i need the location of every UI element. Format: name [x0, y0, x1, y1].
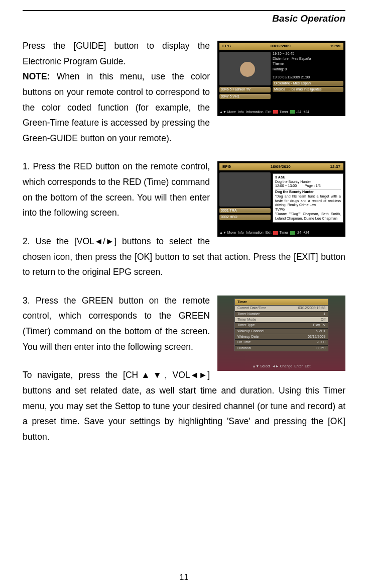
info-popup: 3 A&E Dog the Bounty Hunter 12:00 ~ 13:0… — [273, 173, 343, 223]
page: Basic Operation EPG 03/12/2009 19:59 — [0, 0, 368, 588]
epg-right-col: 19:30 ~ 20:45 Diciembre - Mes España The… — [273, 52, 343, 109]
epg-clock: 12:37 — [330, 164, 340, 169]
figure-epg-main: EPG 03/12/2009 19:59 0046 5 Fashion TV 0… — [217, 41, 345, 116]
figure-timer-menu: Timer Current Date/Time03/12/2009 19:58 … — [217, 296, 345, 371]
foot-timer: Timer — [273, 110, 288, 114]
paragraph: 2. Use the [VOL◄/►] buttons to select th… — [23, 234, 345, 280]
epg-title-bar: EPG 03/12/2009 19:59 — [219, 43, 343, 50]
green-dot-icon — [290, 110, 295, 114]
channel-row: 0001 TRA — [219, 208, 271, 213]
channel-row: 0002 HBO — [219, 215, 271, 220]
epg-title: EPG — [222, 164, 231, 169]
foot-select: ▲▼ Select — [252, 364, 270, 368]
popup-program: Dog the Bounty Hunter — [275, 180, 341, 184]
epg-main-area: 0001 TRA 0002 HBO 3 A&E Dog the Bounty H… — [219, 172, 343, 229]
preview-thumbnail — [219, 52, 271, 86]
epg-footer: ▲▼ Move Info Information Exit Timer -24 … — [219, 110, 343, 114]
header-rule — [23, 10, 345, 11]
body-content: EPG 03/12/2009 19:59 0046 5 Fashion TV 0… — [23, 38, 345, 444]
epg-date: 16/09/2010 — [271, 164, 291, 169]
timer-row-type: Timer TypePlay TV — [235, 322, 328, 328]
red-dot-icon — [273, 231, 278, 235]
epg-panel: EPG 16/09/2010 12:37 0001 TRA 0002 HBO — [219, 163, 343, 235]
foot-plus24: +24 — [303, 231, 309, 235]
section-3: Timer Current Date/Time03/12/2009 19:58 … — [23, 293, 345, 445]
timer-row-number: Timer Number1 — [235, 311, 328, 317]
epg-date: 03/12/2009 — [271, 44, 291, 49]
foot-move: ▲▼ Move — [219, 110, 236, 114]
timer-row-mode: Timer ModeOff — [235, 317, 328, 322]
foot-exit: Exit — [266, 231, 272, 235]
channel-row: 0046 5 Fashion TV — [219, 87, 271, 92]
info-theme: Theme: — [273, 62, 343, 66]
epg-panel: EPG 03/12/2009 19:59 0046 5 Fashion TV 0… — [219, 43, 343, 114]
info-time: 19:30 ~ 20:45 — [273, 52, 343, 56]
epg-title-bar: EPG 16/09/2010 12:37 — [219, 163, 343, 170]
popup-channel: 3 A&E — [275, 175, 341, 180]
foot-enter: Enter — [294, 364, 303, 368]
figure-epg-detail: EPG 16/09/2010 12:37 0001 TRA 0002 HBO — [217, 161, 345, 237]
foot-timer: Timer — [273, 231, 288, 235]
page-number: 11 — [0, 573, 368, 582]
foot-exit: Exit — [266, 110, 272, 114]
foot-move: ▲▼ Move — [219, 231, 236, 235]
section-1: EPG 03/12/2009 19:59 0046 5 Fashion TV 0… — [23, 38, 345, 146]
foot-exit: Exit — [305, 364, 311, 368]
popup-body: Dog the Bounty Hunter "Dog and his team … — [275, 189, 341, 221]
foot-minus24: -24 — [290, 231, 301, 235]
info-rating: Rating: 0 — [273, 67, 343, 71]
foot-info: Info — [238, 110, 244, 114]
preview-thumbnail — [219, 172, 271, 207]
foot-info: Info — [238, 231, 244, 235]
timer-popup: Timer Current Date/Time03/12/2009 19:58 … — [234, 299, 328, 352]
epg-right-col: 3 A&E Dog the Bounty Hunter 12:00 ~ 13:0… — [273, 172, 343, 229]
epg-left-col: 0001 TRA 0002 HBO — [219, 172, 271, 229]
foot-infotext: Information — [246, 110, 264, 114]
timer-row-ontime: On Time20:00 — [235, 339, 328, 345]
epg-left-col: 0046 5 Fashion TV 0047 5 VH1 — [219, 52, 271, 109]
epg-footer: ▲▼ Move Info Information Exit Timer -24 … — [219, 231, 343, 235]
foot-change: ◄► Change — [272, 364, 292, 368]
grid-row: Música … los más inteligentes — [273, 87, 343, 92]
face-icon — [240, 62, 255, 77]
foot-plus24: +24 — [303, 110, 309, 114]
red-dot-icon — [273, 110, 278, 114]
popup-time-page: 12:00 ~ 13:00 Page : 1/3 — [275, 184, 341, 188]
foot-infotext: Information — [246, 231, 264, 235]
timer-row-wakeup-date: Wakeup Date03/12/2009 — [235, 334, 328, 339]
schedule-line: 19:30 03/12/2009 21:00 — [273, 75, 343, 79]
green-dot-icon — [290, 231, 295, 235]
epg-title: EPG — [222, 44, 231, 49]
channel-row: 0047 5 VH1 — [219, 94, 271, 99]
section-heading: Basic Operation — [23, 13, 345, 24]
timer-row-datetime: Current Date/Time03/12/2009 19:58 — [235, 305, 328, 311]
section-2: EPG 16/09/2010 12:37 0001 TRA 0002 HBO — [23, 159, 345, 279]
timer-footer: ▲▼ Select ◄► Change Enter Exit — [219, 364, 343, 368]
timer-content: Timer Current Date/Time03/12/2009 19:58 … — [219, 298, 343, 369]
timer-row-duration: Duration00:59 — [235, 345, 328, 351]
epg-main-area: 0046 5 Fashion TV 0047 5 VH1 19:30 ~ 20:… — [219, 52, 343, 109]
paragraph: To navigate, press the [CH▲▼, VOL◄►] but… — [23, 367, 345, 444]
info-program: Diciembre - Mes España — [273, 57, 343, 61]
epg-clock: 19:59 — [330, 44, 340, 49]
note-label: NOTE: — [23, 71, 50, 81]
grid-row: Diciembre - Mes Españ — [273, 81, 343, 86]
foot-minus24: -24 — [290, 110, 301, 114]
timer-row-channel: Wakeup Channel5 VH1 — [235, 328, 328, 334]
timer-heading: Timer — [235, 299, 328, 305]
